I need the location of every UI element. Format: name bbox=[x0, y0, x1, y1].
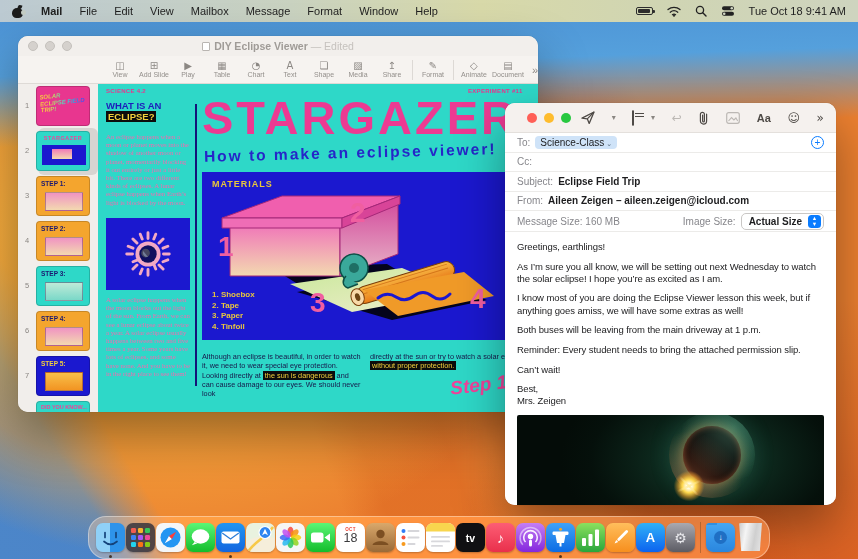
menu-help[interactable]: Help bbox=[415, 5, 438, 17]
slide-thumbnail-6[interactable]: 6 STEP 4: bbox=[18, 311, 98, 356]
menu-format[interactable]: Format bbox=[307, 5, 342, 17]
eclipse-paragraph-1[interactable]: An eclipse happens when a moon or planet… bbox=[106, 133, 190, 207]
warning-paragraph-col1[interactable]: Although an eclipse is beautiful, in ord… bbox=[202, 352, 362, 398]
subject-field[interactable]: Subject: Eclipse Field Trip bbox=[505, 172, 836, 192]
dock-appstore-icon[interactable]: A bbox=[636, 523, 665, 552]
menu-bar: Mail File Edit View Mailbox Message Form… bbox=[0, 0, 858, 22]
document-icon bbox=[202, 42, 210, 51]
document-button[interactable]: ▤Document bbox=[492, 60, 524, 79]
svg-text:3: 3 bbox=[310, 287, 326, 318]
dock-keynote-icon[interactable] bbox=[546, 523, 575, 552]
toolbar-divider bbox=[412, 60, 413, 80]
toolbar-overflow-chevron[interactable]: » bbox=[817, 111, 824, 125]
text-button[interactable]: AText bbox=[274, 60, 306, 79]
slide-thumbnail-1[interactable]: 1 SOLAR ECLIPSE FIELD TRIP! bbox=[18, 86, 98, 131]
add-slide-button[interactable]: ⊞Add Slide bbox=[138, 60, 170, 79]
slide-thumbnail-4[interactable]: 4 STEP 2: bbox=[18, 221, 98, 266]
dock-trash-icon[interactable] bbox=[736, 523, 765, 552]
menu-edit[interactable]: Edit bbox=[114, 5, 133, 17]
size-row: Message Size: 160 MB Image Size: Actual … bbox=[505, 211, 836, 232]
share-button[interactable]: ↥Share bbox=[376, 60, 408, 79]
slide-thumbnail-8[interactable]: DID YOU KNOW... bbox=[18, 401, 98, 412]
spotlight-search-icon[interactable] bbox=[695, 5, 707, 17]
chart-button[interactable]: ◔Chart bbox=[240, 60, 272, 79]
message-size-label: Message Size: 160 MB bbox=[517, 216, 620, 227]
menu-window[interactable]: Window bbox=[359, 5, 398, 17]
send-options-chevron-icon[interactable]: ▾ bbox=[612, 113, 616, 122]
toolbar-overflow-chevron[interactable]: » bbox=[532, 64, 538, 76]
materials-box[interactable]: 1 2 3 4 MATERIALS 1. Shoebox 2. Tape 3. … bbox=[202, 172, 532, 340]
slide-thumbnail-5[interactable]: 5 STEP 3: bbox=[18, 266, 98, 311]
menu-mailbox[interactable]: Mailbox bbox=[191, 5, 229, 17]
minimize-button[interactable] bbox=[544, 113, 554, 123]
play-button[interactable]: ▶Play bbox=[172, 60, 204, 79]
slide-thumbnail-7[interactable]: 7 STEP 5: bbox=[18, 356, 98, 401]
dock-safari-icon[interactable] bbox=[156, 523, 185, 552]
wifi-icon[interactable] bbox=[667, 6, 681, 17]
dock-photos-icon[interactable] bbox=[276, 523, 305, 552]
from-field[interactable]: From: Aileen Zeigen – aileen.zeigen@iclo… bbox=[505, 192, 836, 212]
dock-reminders-icon[interactable] bbox=[396, 523, 425, 552]
shape-button[interactable]: ❏Shape bbox=[308, 60, 340, 79]
dock-pages-icon[interactable] bbox=[606, 523, 635, 552]
fonts-icon[interactable]: Aa bbox=[757, 112, 771, 124]
keynote-title-bar[interactable]: DIY Eclipse Viewer — Edited bbox=[18, 36, 538, 56]
dock-tv-icon[interactable]: tv bbox=[456, 523, 485, 552]
dock-finder-icon[interactable] bbox=[96, 523, 125, 552]
dock-divider bbox=[700, 522, 701, 553]
view-button[interactable]: ◫View bbox=[104, 60, 136, 79]
dock-facetime-icon[interactable] bbox=[306, 523, 335, 552]
media-button[interactable]: ▨Media bbox=[342, 60, 374, 79]
dock-downloads-icon[interactable]: ↓ bbox=[706, 523, 735, 552]
dock-calendar-icon[interactable]: OCT18 bbox=[336, 523, 365, 552]
sun-illustration[interactable] bbox=[106, 218, 190, 290]
apple-menu-icon[interactable] bbox=[12, 5, 24, 18]
dock-launchpad-icon[interactable] bbox=[126, 523, 155, 552]
dock-settings-icon[interactable]: ⚙ bbox=[666, 523, 695, 552]
menu-message[interactable]: Message bbox=[246, 5, 291, 17]
recipient-token[interactable]: Science-Class⌄ bbox=[535, 136, 617, 149]
attach-icon[interactable] bbox=[698, 111, 709, 125]
close-button[interactable] bbox=[527, 113, 537, 123]
slide-thumbnail-2-selected[interactable]: 2 STARGAZER bbox=[18, 131, 98, 176]
menu-view[interactable]: View bbox=[150, 5, 174, 17]
add-recipient-icon[interactable]: + bbox=[811, 136, 824, 149]
to-field[interactable]: To: Science-Class⌄ + bbox=[505, 133, 836, 153]
slide-title[interactable]: STARGAZER bbox=[202, 90, 518, 145]
zoom-button[interactable] bbox=[561, 113, 571, 123]
dock-mail-icon[interactable] bbox=[216, 523, 245, 552]
dock-podcasts-icon[interactable] bbox=[516, 523, 545, 552]
what-is-heading[interactable]: WHAT IS AN ECLIPSE? bbox=[106, 100, 192, 122]
send-icon[interactable] bbox=[581, 111, 595, 124]
slide-canvas[interactable]: SCIENCE 4.2 EXPERIMENT #11 WHAT IS AN EC… bbox=[98, 84, 538, 412]
emoji-icon[interactable]: ☺ bbox=[787, 111, 800, 125]
header-fields-icon[interactable] bbox=[632, 111, 634, 125]
cc-field[interactable]: Cc: bbox=[505, 153, 836, 173]
menu-app-name[interactable]: Mail bbox=[41, 5, 62, 17]
dock-numbers-icon[interactable] bbox=[576, 523, 605, 552]
solar-eclipse-paragraph[interactable]: A solar eclipse happens when the moon bl… bbox=[106, 296, 190, 378]
window-title: DIY Eclipse Viewer — Edited bbox=[18, 40, 538, 52]
header-fields-chevron-icon[interactable]: ▾ bbox=[651, 113, 655, 122]
slide-thumbnail-3[interactable]: 3 STEP 1: bbox=[18, 176, 98, 221]
menu-file[interactable]: File bbox=[79, 5, 97, 17]
animate-button[interactable]: ◇Animate bbox=[458, 60, 490, 79]
format-button[interactable]: ✎Format bbox=[417, 60, 449, 79]
media-icon: ▨ bbox=[353, 60, 362, 71]
control-center-icon[interactable] bbox=[721, 5, 735, 17]
share-icon: ↥ bbox=[388, 60, 396, 71]
battery-icon[interactable] bbox=[636, 7, 653, 15]
dock-notes-icon[interactable] bbox=[426, 523, 455, 552]
add-slide-icon: ⊞ bbox=[150, 60, 158, 71]
dock-music-icon[interactable]: ♪ bbox=[486, 523, 515, 552]
eclipse-photo-attachment[interactable] bbox=[517, 415, 824, 505]
menu-clock[interactable]: Tue Oct 18 9:41 AM bbox=[749, 5, 846, 17]
message-body-editor[interactable]: Greetings, earthlings! As I’m sure you a… bbox=[505, 232, 836, 505]
mail-toolbar[interactable]: ▾ ▾ ↩ Aa ☺ » bbox=[505, 103, 836, 133]
table-button[interactable]: ▦Table bbox=[206, 60, 238, 79]
image-size-select[interactable]: Actual Size ▲▼ bbox=[741, 213, 824, 230]
dock-contacts-icon[interactable] bbox=[366, 523, 395, 552]
dock-messages-icon[interactable] bbox=[186, 523, 215, 552]
dock-maps-icon[interactable] bbox=[246, 523, 275, 552]
gear-icon: ⚙ bbox=[674, 530, 687, 546]
